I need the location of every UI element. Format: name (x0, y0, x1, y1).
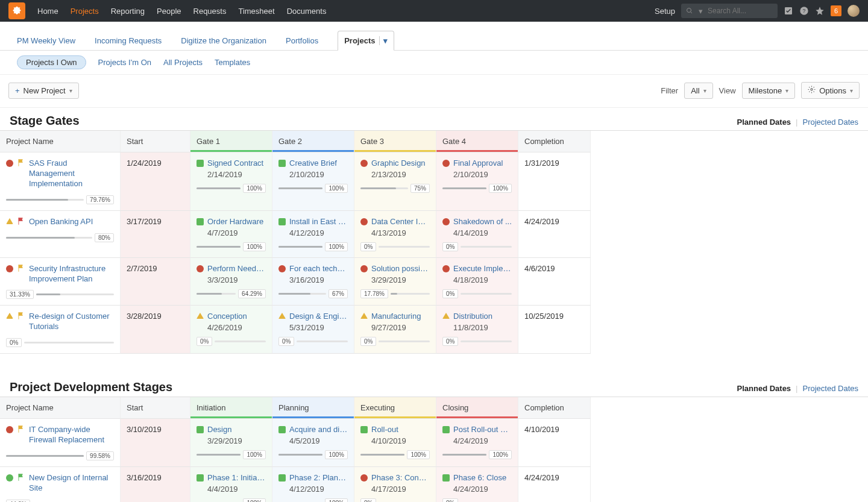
gate-link[interactable]: Graphic Design (371, 158, 426, 168)
status-red-icon (6, 265, 13, 272)
subtab-templates[interactable]: Templates (215, 58, 250, 67)
progress-value: 0% (360, 242, 376, 251)
gate-link[interactable]: Data Center Ins... (371, 217, 430, 226)
gate-link[interactable]: Manufacturing (371, 312, 421, 321)
tab-projects[interactable]: Projects▾ (338, 31, 394, 51)
gate-link[interactable]: Solution possibi... (371, 264, 430, 273)
status-yellow-icon (360, 312, 368, 319)
checkbox-icon[interactable] (784, 6, 793, 16)
user-avatar[interactable] (848, 5, 860, 17)
col-gate-2[interactable]: Planning (272, 397, 354, 419)
gate-link[interactable]: Perform Needs ... (207, 264, 266, 273)
new-project-button[interactable]: + New Project ▾ (8, 83, 79, 99)
nav-item-people[interactable]: People (157, 7, 181, 16)
project-link[interactable]: Security Infrastructure Improvement Plan (29, 264, 114, 284)
chevron-down-icon[interactable]: ▾ (379, 36, 388, 45)
nav-item-documents[interactable]: Documents (287, 7, 327, 16)
cell-gate-3: Data Center Ins...4/13/20190% (354, 211, 436, 258)
tab-incoming-requests[interactable]: Incoming Requests (95, 31, 162, 50)
top-nav: HomeProjectsReportingPeopleRequestsTimes… (0, 0, 868, 22)
col-gate-1[interactable]: Gate 1 (190, 131, 272, 152)
progress-value: 80% (95, 233, 114, 242)
gate-link[interactable]: Phase 3: Constr... (371, 473, 430, 482)
section-title: Project Development Stages (10, 380, 737, 394)
col-gate-2[interactable]: Gate 2 (272, 131, 354, 152)
project-link[interactable]: IT Company-wide Firewall Replacement (29, 425, 114, 445)
planned-dates-toggle[interactable]: Planned Dates (737, 384, 791, 393)
star-icon[interactable] (815, 6, 825, 16)
subtab-projects-i-m-on[interactable]: Projects I'm On (98, 58, 151, 67)
filter-dropdown[interactable]: All▾ (684, 83, 712, 99)
project-link[interactable]: Re-design of Customer Tutorials (29, 312, 114, 332)
progress-value: 100% (489, 450, 512, 459)
view-dropdown[interactable]: Milestone▾ (742, 83, 796, 99)
gate-link[interactable]: Design (207, 425, 231, 434)
gate-date: 5/31/2019 (289, 323, 348, 332)
col-start[interactable]: Start (121, 397, 190, 419)
projected-dates-toggle[interactable]: Projected Dates (803, 118, 859, 127)
col-gate-1[interactable]: Initiation (190, 397, 272, 419)
gate-link[interactable]: Order Hardware (207, 217, 263, 226)
project-link[interactable]: SAS Fraud Management Implementation (29, 158, 114, 189)
app-logo[interactable] (8, 2, 25, 19)
col-completion[interactable]: Completion (518, 131, 591, 152)
col-project-name[interactable]: Project Name (0, 397, 121, 419)
col-completion[interactable]: Completion (518, 397, 591, 419)
search-box[interactable]: ▾ (681, 4, 778, 18)
gate-link[interactable]: Phase 6: Close (453, 473, 506, 482)
gate-link[interactable]: Phase 2: Planni... (289, 473, 348, 482)
col-gate-4[interactable]: Gate 4 (436, 131, 518, 152)
gate-link[interactable]: Post Roll-out m... (453, 425, 512, 434)
subtab-all-projects[interactable]: All Projects (163, 58, 203, 67)
col-gate-3[interactable]: Gate 3 (354, 131, 436, 152)
search-input[interactable] (708, 7, 773, 15)
nav-item-home[interactable]: Home (37, 7, 58, 16)
status-yellow-icon (6, 312, 13, 319)
col-start[interactable]: Start (121, 131, 190, 152)
gate-link[interactable]: Final Approval (453, 158, 503, 168)
planned-dates-toggle[interactable]: Planned Dates (737, 118, 791, 127)
nav-item-timesheet[interactable]: Timesheet (238, 7, 274, 16)
col-gate-3[interactable]: Executing (354, 397, 436, 419)
lion-icon (11, 5, 22, 16)
nav-item-requests[interactable]: Requests (193, 7, 227, 16)
notification-badge[interactable]: 6 (831, 5, 841, 16)
col-project-name[interactable]: Project Name (0, 131, 121, 152)
table-row: Open Banking API80%3/17/2019Order Hardwa… (0, 211, 868, 258)
filter-label: Filter (661, 86, 678, 95)
chevron-down-icon: ▾ (703, 87, 706, 94)
gate-link[interactable]: Creative Brief (289, 158, 337, 168)
project-link[interactable]: New Design of Internal Site (29, 473, 114, 494)
gate-date: 4/18/2019 (453, 275, 512, 284)
progress-value: 100% (243, 242, 266, 251)
gate-link[interactable]: Signed Contract (207, 158, 263, 168)
tab-digitize-the-organization[interactable]: Digitize the Organization (181, 31, 266, 50)
gate-link[interactable]: Design & Engin... (289, 312, 348, 321)
tab-pm-weekly-view[interactable]: PM Weekly View (17, 31, 75, 50)
subtab-projects-i-own[interactable]: Projects I Own (17, 55, 86, 69)
setup-link[interactable]: Setup (655, 7, 675, 16)
tab-portfolios[interactable]: Portfolios (286, 31, 318, 50)
gate-link[interactable]: Execute Implem... (453, 264, 512, 273)
gate-link[interactable]: Roll-out (371, 425, 398, 434)
help-icon[interactable]: ? (799, 6, 809, 16)
gate-link[interactable]: For each techn... (289, 264, 348, 273)
gate-link[interactable]: Phase 1: Initiation (207, 473, 266, 482)
filter-value: All (691, 86, 699, 95)
progress-value: 0% (442, 242, 458, 251)
nav-item-projects[interactable]: Projects (71, 7, 99, 16)
gate-link[interactable]: Shakedown of ... (453, 217, 512, 226)
table-row: SAS Fraud Management Implementation79.76… (0, 152, 868, 211)
gate-link[interactable]: Install in East C... (289, 217, 348, 226)
options-button[interactable]: Options▾ (801, 82, 860, 99)
col-gate-4[interactable]: Closing (436, 397, 518, 419)
status-green-icon (6, 474, 13, 482)
gate-link[interactable]: Conception (207, 312, 247, 321)
flag-icon (17, 473, 25, 482)
cell-start: 3/28/2019 (121, 306, 190, 354)
project-link[interactable]: Open Banking API (29, 217, 93, 227)
nav-item-reporting[interactable]: Reporting (111, 7, 145, 16)
gate-link[interactable]: Distribution (453, 312, 492, 321)
projected-dates-toggle[interactable]: Projected Dates (803, 384, 859, 393)
gate-link[interactable]: Acquire and dis... (289, 425, 348, 434)
